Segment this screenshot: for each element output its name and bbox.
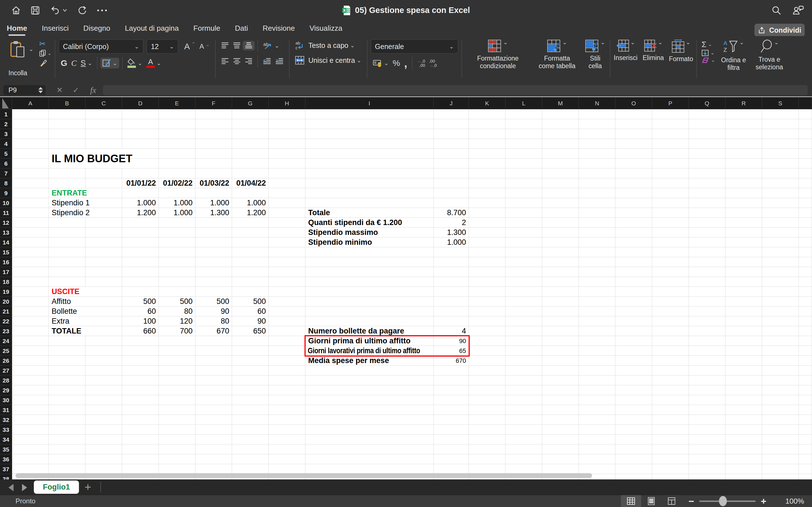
percent-button[interactable]: % bbox=[391, 57, 402, 69]
row-header-35[interactable]: 35 bbox=[0, 445, 12, 454]
zoom-slider[interactable] bbox=[699, 501, 756, 502]
delete-cells-button[interactable]: ⌄ Elimina bbox=[643, 40, 664, 83]
column-header-H[interactable]: H bbox=[269, 97, 305, 109]
cell-G23[interactable]: 650 bbox=[232, 326, 269, 336]
cell-D20[interactable]: 500 bbox=[122, 297, 159, 306]
column-header-R[interactable]: R bbox=[725, 97, 762, 109]
column-header-K[interactable]: K bbox=[469, 97, 506, 109]
borders-button[interactable]: ⌄ bbox=[100, 58, 119, 68]
cell-F11[interactable]: 1.300 bbox=[195, 208, 232, 217]
cell-F21[interactable]: 90 bbox=[195, 306, 232, 316]
cell-D22[interactable]: 100 bbox=[122, 316, 159, 326]
row-header-27[interactable]: 27 bbox=[0, 365, 12, 376]
row-header-22[interactable]: 22 bbox=[0, 316, 12, 326]
cell-E20[interactable]: 500 bbox=[159, 297, 195, 306]
select-all-corner[interactable] bbox=[0, 97, 12, 109]
row-header-20[interactable]: 20 bbox=[0, 297, 12, 306]
cell-J14[interactable]: 1.000 bbox=[434, 237, 469, 247]
row-header-15[interactable]: 15 bbox=[0, 247, 12, 257]
clear-button[interactable]: ⌄ bbox=[700, 57, 716, 64]
format-as-table-button[interactable]: ⌄ Formatta come tabella bbox=[536, 40, 578, 83]
cell-B23[interactable]: TOTALE bbox=[49, 326, 86, 336]
sheet-tab-foglio1[interactable]: Foglio1 bbox=[34, 481, 79, 494]
fill-color-button[interactable]: ⌄ bbox=[125, 57, 144, 69]
row-header-32[interactable]: 32 bbox=[0, 415, 12, 425]
tab-formule[interactable]: Formule bbox=[193, 24, 220, 33]
row-header-37[interactable]: 37 bbox=[0, 464, 12, 474]
cell-G20[interactable]: 500 bbox=[232, 297, 269, 306]
cell-B11[interactable]: Stipendio 2 bbox=[49, 208, 86, 217]
number-format-select[interactable]: Generale⌄ bbox=[371, 40, 458, 54]
column-header-A[interactable]: A bbox=[12, 97, 49, 109]
zoom-in-button[interactable]: + bbox=[761, 496, 766, 507]
column-header-partial[interactable] bbox=[799, 97, 812, 109]
cell-E11[interactable]: 1.000 bbox=[159, 208, 195, 217]
increase-decimal-button[interactable]: ,00→,0 bbox=[427, 58, 439, 68]
row-header-7[interactable]: 7 bbox=[0, 168, 12, 178]
row-header-28[interactable]: 28 bbox=[0, 376, 12, 385]
column-header-Q[interactable]: Q bbox=[689, 97, 725, 109]
row-header-12[interactable]: 12 bbox=[0, 218, 12, 228]
column-header-I[interactable]: I bbox=[305, 97, 434, 109]
add-sheet-button[interactable]: + bbox=[85, 480, 91, 494]
formula-input[interactable] bbox=[103, 85, 808, 95]
cell-J11[interactable]: 8.700 bbox=[434, 208, 469, 217]
column-header-S[interactable]: S bbox=[762, 97, 799, 109]
name-box-spinner[interactable] bbox=[38, 87, 43, 93]
cell-G10[interactable]: 1.000 bbox=[232, 198, 269, 208]
cell-G11[interactable]: 1.200 bbox=[232, 208, 269, 217]
align-center-button[interactable] bbox=[231, 57, 243, 66]
next-sheet-arrow-icon[interactable] bbox=[22, 484, 27, 491]
cell-B21[interactable]: Bollette bbox=[49, 306, 86, 316]
align-top-button[interactable] bbox=[219, 41, 231, 50]
row-header-24[interactable]: 24 bbox=[0, 336, 12, 346]
cell-I26[interactable]: Media spese per mese bbox=[305, 356, 434, 365]
row-header-36[interactable]: 36 bbox=[0, 454, 12, 464]
column-header-F[interactable]: F bbox=[195, 97, 232, 109]
feedback-person-icon[interactable] bbox=[792, 5, 804, 16]
copy-button[interactable]: ⌄ bbox=[39, 50, 51, 57]
cell-D10[interactable]: 1.000 bbox=[122, 198, 159, 208]
confirm-entry-icon[interactable]: ✓ bbox=[73, 85, 79, 95]
row-header-17[interactable]: 17 bbox=[0, 267, 12, 277]
wrap-text-button[interactable]: ab c Testo a capo ⌄ bbox=[293, 40, 357, 51]
column-header-L[interactable]: L bbox=[506, 97, 542, 109]
sort-filter-button[interactable]: A Z ⌄ Ordina e filtra bbox=[719, 40, 748, 83]
zoom-level[interactable]: 100% bbox=[773, 497, 804, 506]
row-header-11[interactable]: 11 bbox=[0, 208, 12, 218]
find-select-button[interactable]: ⌄ Trova e seleziona bbox=[751, 40, 788, 83]
font-color-button[interactable]: A ⌄ bbox=[144, 57, 163, 69]
cell-J26[interactable]: 670 bbox=[434, 356, 469, 365]
tab-home[interactable]: Home bbox=[7, 24, 27, 33]
cell-G21[interactable]: 60 bbox=[232, 306, 269, 316]
tab-dati[interactable]: Dati bbox=[235, 24, 248, 33]
row-header-31[interactable]: 31 bbox=[0, 405, 12, 415]
cell-F22[interactable]: 80 bbox=[195, 316, 232, 326]
row-header-26[interactable]: 26 bbox=[0, 356, 12, 365]
cell-I23[interactable]: Numero bollette da pagare bbox=[305, 326, 434, 336]
column-header-M[interactable]: M bbox=[542, 97, 579, 109]
align-middle-button[interactable] bbox=[231, 41, 243, 50]
row-header-30[interactable]: 30 bbox=[0, 395, 12, 405]
increase-indent-button[interactable] bbox=[273, 57, 286, 66]
decrease-font-button[interactable]: A⌄ bbox=[197, 41, 211, 52]
align-left-button[interactable] bbox=[219, 57, 231, 66]
cell-I12[interactable]: Quanti stipendi da € 1.200 bbox=[305, 218, 434, 227]
page-break-view-button[interactable] bbox=[661, 495, 682, 507]
bold-button[interactable]: G bbox=[59, 57, 69, 69]
accounting-format-button[interactable]: ⌄ bbox=[371, 58, 391, 68]
row-header-3[interactable]: 3 bbox=[0, 129, 12, 139]
merge-center-button[interactable]: Unisci e centra ⌄ bbox=[293, 55, 363, 66]
cell-B9[interactable]: ENTRATE bbox=[49, 188, 86, 198]
horizontal-scrollbar[interactable] bbox=[15, 473, 592, 478]
font-size-select[interactable]: 12⌄ bbox=[147, 40, 178, 54]
column-header-C[interactable]: C bbox=[86, 97, 122, 109]
cell-B22[interactable]: Extra bbox=[49, 316, 86, 326]
cell-F10[interactable]: 1.000 bbox=[195, 198, 232, 208]
row-header-38[interactable]: 38 bbox=[0, 474, 12, 480]
insert-function-icon[interactable]: fx bbox=[90, 85, 96, 95]
column-header-B[interactable]: B bbox=[49, 97, 86, 109]
cell-B19[interactable]: USCITE bbox=[49, 287, 86, 296]
row-header-21[interactable]: 21 bbox=[0, 306, 12, 316]
cell-E10[interactable]: 1.000 bbox=[159, 198, 195, 208]
